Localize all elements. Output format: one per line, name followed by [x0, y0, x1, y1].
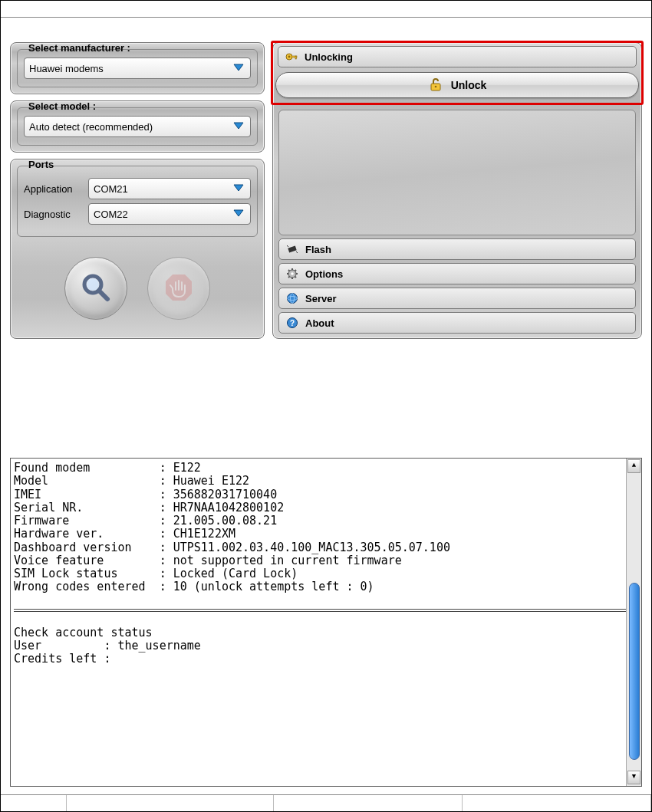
port-application-value: COM21	[94, 183, 232, 195]
chevron-down-icon	[232, 61, 245, 76]
port-diagnostic-value: COM22	[94, 209, 232, 220]
port-application-label: Application	[24, 183, 84, 195]
svg-text:?: ?	[290, 319, 295, 327]
accordion-flash-label: Flash	[305, 244, 331, 255]
manufacturer-combo[interactable]: Huawei modems	[24, 58, 251, 79]
svg-rect-14	[288, 246, 296, 253]
svg-point-13	[434, 85, 436, 87]
svg-marker-0	[234, 64, 243, 71]
svg-line-25	[288, 277, 289, 278]
left-column: Select manufacturer : Huawei modems Sele…	[10, 42, 265, 339]
status-bar	[1, 794, 651, 811]
key-icon	[285, 50, 298, 64]
panel-model: Select model : Auto detect (recommended)	[10, 100, 265, 153]
port-application-combo[interactable]: COM21	[88, 178, 251, 199]
help-icon: ?	[285, 316, 299, 330]
accordion-about[interactable]: ? About	[278, 312, 636, 334]
unlocking-content	[278, 110, 636, 235]
menubar	[1, 1, 651, 18]
scroll-down-icon[interactable]: ▼	[627, 771, 640, 784]
accordion-server[interactable]: Server	[278, 288, 636, 309]
svg-line-26	[295, 270, 296, 271]
log-output[interactable]: Found modem : E122 Model : Huawei E122 I…	[10, 458, 642, 787]
magnifier-icon	[80, 271, 112, 306]
accordion-server-label: Server	[305, 293, 336, 304]
gear-icon	[285, 267, 299, 281]
accordion-about-label: About	[305, 317, 334, 329]
right-column: Unlocking Unlock Flash Options Server ? …	[272, 42, 642, 339]
model-combo[interactable]: Auto detect (recommended)	[24, 116, 251, 137]
svg-line-16	[296, 251, 298, 253]
action-buttons	[11, 243, 264, 338]
svg-line-15	[287, 245, 288, 247]
chevron-down-icon	[232, 120, 245, 134]
port-diagnostic-label: Diagnostic	[24, 209, 84, 220]
svg-point-27	[288, 294, 298, 304]
chevron-down-icon	[232, 182, 245, 196]
log-text-1: Found modem : E122 Model : Huawei E122 I…	[14, 462, 638, 594]
model-value: Auto detect (recommended)	[29, 121, 232, 133]
unlocking-highlight: Unlocking Unlock	[271, 41, 644, 105]
status-cell	[274, 795, 463, 811]
svg-line-6	[99, 291, 107, 299]
svg-point-9	[288, 56, 291, 58]
main-area: Select manufacturer : Huawei modems Sele…	[1, 35, 651, 345]
padlock-open-icon	[428, 77, 443, 94]
svg-marker-2	[234, 185, 243, 191]
status-cell	[463, 795, 651, 811]
svg-line-24	[295, 277, 296, 278]
accordion-unlocking-label: Unlocking	[305, 51, 353, 63]
log-text-2: Check account status User : the_username…	[14, 626, 638, 666]
unlock-button[interactable]: Unlock	[275, 72, 639, 98]
svg-line-23	[288, 270, 289, 271]
status-cell	[1, 795, 67, 811]
accordion-options-label: Options	[305, 268, 343, 280]
port-diagnostic-combo[interactable]: COM22	[88, 203, 251, 225]
svg-marker-3	[234, 210, 243, 216]
panel-manufacturer: Select manufacturer : Huawei modems	[10, 42, 265, 94]
scrollbar[interactable]: ▲ ▼	[626, 459, 641, 786]
stop-hand-icon	[163, 271, 195, 306]
svg-point-18	[291, 272, 294, 275]
accordion-options[interactable]: Options	[278, 263, 636, 284]
svg-marker-1	[234, 123, 243, 129]
accordion-unlocking[interactable]: Unlocking	[278, 46, 637, 67]
unlock-button-label: Unlock	[451, 79, 487, 91]
svg-rect-11	[295, 56, 297, 59]
manufacturer-legend: Select manufacturer :	[25, 42, 133, 54]
globe-icon	[285, 291, 299, 305]
ports-legend: Ports	[25, 159, 57, 170]
accordion-flash[interactable]: Flash	[278, 238, 636, 260]
status-cell	[67, 795, 274, 811]
panel-ports-actions: Ports Application COM21 Diagnostic COM22	[10, 159, 265, 339]
search-button[interactable]	[64, 257, 127, 320]
model-legend: Select model :	[25, 100, 99, 112]
scroll-thumb[interactable]	[629, 583, 640, 760]
chevron-down-icon	[232, 207, 245, 222]
scroll-up-icon[interactable]: ▲	[627, 459, 640, 473]
manufacturer-value: Huawei modems	[29, 63, 232, 74]
svg-point-5	[87, 278, 99, 291]
chip-icon	[285, 242, 299, 256]
toolbar-blank	[1, 18, 651, 35]
stop-button	[147, 257, 210, 320]
